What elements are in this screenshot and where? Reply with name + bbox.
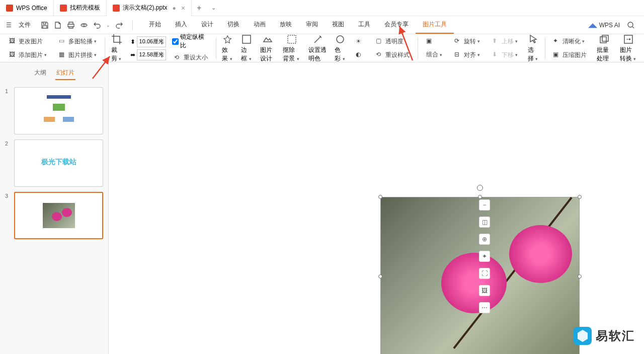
- combine-top-button[interactable]: ▣: [424, 36, 444, 47]
- tab-template[interactable]: 找稻壳模板: [54, 0, 107, 16]
- file-menu[interactable]: 文件: [15, 19, 35, 31]
- redo-icon[interactable]: [115, 21, 123, 29]
- undo-dropdown[interactable]: ⌄: [106, 23, 110, 28]
- multi-outline-button[interactable]: ▭多图轮播▾: [57, 36, 99, 47]
- move-up-button[interactable]: ⬆上移▾: [490, 36, 520, 47]
- tab-tools[interactable]: 工具: [351, 16, 377, 34]
- tab-review[interactable]: 审阅: [299, 16, 325, 34]
- float-expand[interactable]: ⛶: [479, 268, 490, 279]
- docer-icon: [60, 5, 67, 12]
- tab-picture-tools[interactable]: 图片工具: [416, 16, 454, 34]
- watermark: 易软汇: [574, 327, 635, 345]
- new-tab-button[interactable]: +: [192, 4, 206, 13]
- rotate-icon: ⟳: [454, 37, 462, 45]
- svg-rect-2: [243, 35, 251, 43]
- set-transparent-button[interactable]: 设置透明色: [305, 33, 330, 64]
- close-icon[interactable]: ×: [181, 4, 185, 12]
- remove-bg-button[interactable]: 抠除背景 ▾: [280, 33, 303, 64]
- rotate-handle[interactable]: [477, 185, 483, 191]
- thumbnail-3[interactable]: 3: [5, 192, 103, 239]
- pic-merge-button[interactable]: ▦图片拼接▾: [57, 49, 99, 61]
- clarity-icon: ✦: [553, 37, 561, 45]
- content-area: 大纲 幻灯片 1 2 极光下载站 3: [0, 62, 644, 354]
- tab-design[interactable]: 设计: [194, 16, 220, 34]
- select-button[interactable]: 选择 ▾: [525, 33, 542, 64]
- save-icon[interactable]: [41, 21, 49, 29]
- resize-handle-n[interactable]: [478, 195, 482, 199]
- tab-member[interactable]: 会员专享: [377, 16, 416, 34]
- compress-button[interactable]: ▣压缩图片: [551, 49, 589, 61]
- color-button[interactable]: 色彩 ▾: [332, 33, 349, 64]
- undo-icon[interactable]: [93, 21, 101, 29]
- preview-icon[interactable]: [80, 21, 88, 29]
- collage-icon: ▦: [59, 51, 67, 59]
- tab-animation[interactable]: 动画: [247, 16, 273, 34]
- crop-button[interactable]: 裁剪 ▾: [108, 33, 125, 64]
- insert-image-button[interactable]: 🖼添加图片▾: [7, 49, 49, 61]
- effects-icon: [222, 34, 233, 45]
- align-button[interactable]: ⊟对齐▾: [452, 49, 482, 61]
- canvas[interactable]: − ◫ ⊕ ✦ ⛶ 🖼 ⋯: [109, 62, 644, 354]
- batch-button[interactable]: 批量处理: [594, 33, 614, 64]
- transparency-button[interactable]: ▢透明度: [374, 36, 412, 47]
- combine-button[interactable]: 组合▾: [424, 49, 444, 60]
- convert-button[interactable]: 图片转换 ▾: [617, 33, 640, 64]
- tab-start[interactable]: 开始: [142, 16, 168, 34]
- effects-button[interactable]: 效果 ▾: [219, 33, 236, 64]
- clarity-button[interactable]: ✦清晰化▾: [551, 36, 589, 47]
- sun-icon: ☀: [356, 38, 364, 46]
- border-button[interactable]: 边框 ▾: [238, 33, 255, 64]
- hamburger-icon[interactable]: ☰: [4, 20, 14, 31]
- border-icon: [241, 34, 252, 45]
- brightness-button[interactable]: ☀: [354, 36, 366, 47]
- height-spinner[interactable]: ▲▼: [160, 38, 164, 45]
- float-crop[interactable]: ◫: [479, 217, 490, 228]
- tab-slideshow[interactable]: 放映: [273, 16, 299, 34]
- tab-transition[interactable]: 切换: [220, 16, 247, 34]
- wps-ai-button[interactable]: ◢◣ WPS AI: [588, 22, 620, 29]
- resize-handle-ne[interactable]: [578, 195, 582, 199]
- watermark-text: 易软汇: [596, 328, 635, 344]
- tab-label: 演示文稿(2).pptx: [123, 4, 168, 12]
- search-icon[interactable]: [627, 21, 635, 29]
- width-input[interactable]: ⬌ ▲▼: [130, 49, 164, 60]
- float-image[interactable]: 🖼: [479, 285, 490, 296]
- float-more[interactable]: ⋯: [479, 302, 490, 313]
- float-minus[interactable]: −: [479, 199, 490, 210]
- down-icon: ⬇: [492, 51, 500, 59]
- reset-size-button[interactable]: ⟲重设大小: [172, 52, 210, 63]
- resize-handle-w[interactable]: [378, 274, 382, 278]
- export-icon[interactable]: [54, 21, 62, 29]
- resize-handle-nw[interactable]: [378, 195, 382, 199]
- thumbnail-2[interactable]: 2 极光下载站: [5, 139, 103, 187]
- tab-view[interactable]: 视图: [325, 16, 351, 34]
- outline-tab[interactable]: 大纲: [33, 66, 47, 80]
- reset-style-button[interactable]: ⟲重设样式: [374, 49, 412, 61]
- design-icon: [262, 34, 273, 45]
- print-icon[interactable]: [67, 21, 75, 29]
- pic-design-button[interactable]: 图片设计: [257, 33, 278, 64]
- menubar: ☰ 文件 ⌄ 开始 插入 设计 切换 动画 放映 审阅 视图 工具 会员专享 图…: [0, 16, 644, 34]
- tab-presentation[interactable]: 演示文稿(2).pptx ● ×: [107, 0, 192, 16]
- tab-wps-office[interactable]: WPS Office: [0, 0, 54, 16]
- float-magic[interactable]: ✦: [479, 251, 490, 262]
- convert-icon: [623, 34, 634, 45]
- wps-icon: [6, 5, 13, 12]
- tab-insert[interactable]: 插入: [168, 16, 194, 34]
- tab-menu-dropdown[interactable]: ⌄: [206, 5, 221, 11]
- contrast-button[interactable]: ◐: [354, 49, 366, 60]
- compress-icon: ▣: [553, 51, 561, 59]
- change-image-button[interactable]: 🖼更改图片: [7, 36, 49, 47]
- transparent-icon: [312, 34, 323, 45]
- lock-ratio-checkbox[interactable]: 锁定纵横比: [172, 33, 210, 50]
- resize-handle-e[interactable]: [578, 274, 582, 278]
- move-down-button[interactable]: ⬇下移▾: [490, 49, 520, 61]
- thumbnails: 1 2 极光下载站 3: [0, 84, 108, 354]
- rotate-button[interactable]: ⟳旋转▾: [452, 36, 482, 47]
- thumbnail-1[interactable]: 1: [5, 87, 103, 134]
- slides-tab[interactable]: 幻灯片: [55, 66, 75, 80]
- float-zoom[interactable]: ⊕: [479, 234, 490, 245]
- width-spinner[interactable]: ▲▼: [160, 51, 164, 58]
- height-input[interactable]: ⬍ ▲▼: [130, 36, 164, 47]
- select-icon: [528, 34, 539, 45]
